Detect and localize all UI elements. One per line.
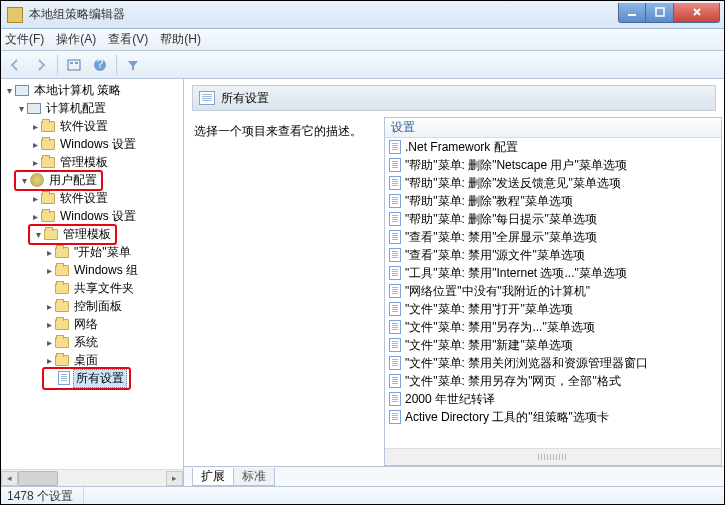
- maximize-button[interactable]: [646, 3, 674, 23]
- list-item-label: "文件"菜单: 禁用另存为"网页，全部"格式: [405, 373, 621, 390]
- column-header-setting[interactable]: 设置: [385, 118, 721, 138]
- toolbar-separator: [57, 55, 58, 75]
- policy-item-icon: [389, 140, 401, 154]
- policy-item-icon: [389, 410, 401, 424]
- tree-all-settings[interactable]: 所有设置: [1, 369, 183, 387]
- folder-icon: [41, 193, 55, 204]
- menu-action[interactable]: 操作(A): [56, 31, 96, 48]
- scroll-thumb[interactable]: [18, 471, 58, 486]
- list-item[interactable]: Active Directory 工具的"组策略"选项卡: [385, 408, 721, 426]
- tree-item[interactable]: ▸软件设置: [1, 189, 183, 207]
- list-item[interactable]: "帮助"菜单: 删除"Netscape 用户"菜单选项: [385, 156, 721, 174]
- list-item[interactable]: "网络位置"中没有"我附近的计算机": [385, 282, 721, 300]
- svg-rect-4: [75, 62, 78, 64]
- policy-item-icon: [389, 230, 401, 244]
- close-button[interactable]: [674, 3, 720, 23]
- title-bar: 本地组策略编辑器: [1, 1, 724, 29]
- list-item[interactable]: "查看"菜单: 禁用"全屏显示"菜单选项: [385, 228, 721, 246]
- tree-root[interactable]: ▾本地计算机 策略: [1, 81, 183, 99]
- tree-item[interactable]: ▸Windows 组: [1, 261, 183, 279]
- list-item-label: "文件"菜单: 禁用"另存为..."菜单选项: [405, 319, 595, 336]
- scroll-left-icon[interactable]: ◂: [1, 471, 18, 486]
- policy-item-icon: [389, 176, 401, 190]
- tree-item[interactable]: ▸"开始"菜单: [1, 243, 183, 261]
- filter-icon[interactable]: [123, 55, 143, 75]
- back-button[interactable]: [5, 55, 25, 75]
- policy-item-icon: [389, 302, 401, 316]
- folder-icon: [44, 229, 58, 240]
- list-item[interactable]: 2000 年世纪转译: [385, 390, 721, 408]
- list-item[interactable]: "查看"菜单: 禁用"源文件"菜单选项: [385, 246, 721, 264]
- scroll-right-icon[interactable]: ▸: [166, 471, 183, 486]
- folder-icon: [41, 211, 55, 222]
- tree-item[interactable]: ▸系统: [1, 333, 183, 351]
- svg-rect-1: [656, 8, 664, 16]
- tree-item[interactable]: ▸控制面板: [1, 297, 183, 315]
- menu-file[interactable]: 文件(F): [5, 31, 44, 48]
- tree-item[interactable]: ▸Windows 设置: [1, 207, 183, 225]
- folder-icon: [41, 157, 55, 168]
- tree-item[interactable]: ▸Windows 设置: [1, 135, 183, 153]
- list-item-label: "帮助"菜单: 删除"Netscape 用户"菜单选项: [405, 157, 627, 174]
- settings-items[interactable]: .Net Framework 配置"帮助"菜单: 删除"Netscape 用户"…: [385, 138, 721, 448]
- policy-item-icon: [389, 338, 401, 352]
- tab-extended[interactable]: 扩展: [192, 468, 234, 486]
- forward-button[interactable]: [31, 55, 51, 75]
- list-item[interactable]: "文件"菜单: 禁用"打开"菜单选项: [385, 300, 721, 318]
- list-item-label: 2000 年世纪转译: [405, 391, 495, 408]
- folder-icon: [55, 355, 69, 366]
- tree-computer-config[interactable]: ▾计算机配置: [1, 99, 183, 117]
- folder-icon: [55, 337, 69, 348]
- minimize-button[interactable]: [618, 3, 646, 23]
- toolbar-options-icon[interactable]: [64, 55, 84, 75]
- tree-item[interactable]: ▸网络: [1, 315, 183, 333]
- window-title: 本地组策略编辑器: [29, 6, 618, 23]
- policy-item-icon: [389, 284, 401, 298]
- window-buttons: [618, 3, 720, 23]
- list-item[interactable]: "文件"菜单: 禁用关闭浏览器和资源管理器窗口: [385, 354, 721, 372]
- details-title: 所有设置: [221, 90, 269, 107]
- folder-icon: [55, 247, 69, 258]
- policy-item-icon: [389, 248, 401, 262]
- list-item[interactable]: "帮助"菜单: 删除"教程"菜单选项: [385, 192, 721, 210]
- list-item-label: .Net Framework 配置: [405, 139, 518, 156]
- menu-help[interactable]: 帮助(H): [160, 31, 201, 48]
- folder-icon: [55, 265, 69, 276]
- scroll-grip-icon: [538, 454, 568, 460]
- list-item-label: "查看"菜单: 禁用"全屏显示"菜单选项: [405, 229, 597, 246]
- list-item[interactable]: "文件"菜单: 禁用"另存为..."菜单选项: [385, 318, 721, 336]
- list-item[interactable]: "帮助"菜单: 删除"发送反馈意见"菜单选项: [385, 174, 721, 192]
- tree-admin-templates[interactable]: ▾管理模板: [1, 225, 183, 243]
- list-item[interactable]: .Net Framework 配置: [385, 138, 721, 156]
- list-item-label: "文件"菜单: 禁用"新建"菜单选项: [405, 337, 573, 354]
- details-pane: 所有设置 选择一个项目来查看它的描述。 设置 .Net Framework 配置…: [184, 79, 724, 486]
- tree-user-config[interactable]: ▾用户配置: [1, 171, 183, 189]
- list-item-label: "帮助"菜单: 删除"每日提示"菜单选项: [405, 211, 597, 228]
- policy-item-icon: [389, 374, 401, 388]
- list-item[interactable]: "文件"菜单: 禁用"新建"菜单选项: [385, 336, 721, 354]
- tree-item[interactable]: ▸软件设置: [1, 117, 183, 135]
- list-item[interactable]: "工具"菜单: 禁用"Internet 选项..."菜单选项: [385, 264, 721, 282]
- list-item[interactable]: "文件"菜单: 禁用另存为"网页，全部"格式: [385, 372, 721, 390]
- folder-icon: [41, 139, 55, 150]
- svg-text:?: ?: [97, 58, 104, 71]
- tree-item[interactable]: ▸管理模板: [1, 153, 183, 171]
- list-item-label: "帮助"菜单: 删除"教程"菜单选项: [405, 193, 573, 210]
- settings-list: 设置 .Net Framework 配置"帮助"菜单: 删除"Netscape …: [384, 117, 722, 466]
- list-horizontal-scrollbar[interactable]: [385, 448, 721, 465]
- settings-list-icon: [58, 371, 70, 385]
- tree-horizontal-scrollbar[interactable]: ◂ ▸: [1, 469, 183, 486]
- tab-standard[interactable]: 标准: [233, 468, 275, 486]
- navigation-tree[interactable]: ▾本地计算机 策略 ▾计算机配置 ▸软件设置 ▸Windows 设置 ▸管理模板…: [1, 79, 183, 469]
- list-item[interactable]: "帮助"菜单: 删除"每日提示"菜单选项: [385, 210, 721, 228]
- policy-item-icon: [389, 212, 401, 226]
- svg-rect-3: [70, 62, 73, 64]
- folder-icon: [55, 283, 69, 294]
- toolbar-help-icon[interactable]: ?: [90, 55, 110, 75]
- list-item-label: "网络位置"中没有"我附近的计算机": [405, 283, 590, 300]
- tree-item[interactable]: 共享文件夹: [1, 279, 183, 297]
- menu-view[interactable]: 查看(V): [108, 31, 148, 48]
- list-item-label: "查看"菜单: 禁用"源文件"菜单选项: [405, 247, 585, 264]
- policy-item-icon: [389, 266, 401, 280]
- tree-pane: ▾本地计算机 策略 ▾计算机配置 ▸软件设置 ▸Windows 设置 ▸管理模板…: [1, 79, 184, 486]
